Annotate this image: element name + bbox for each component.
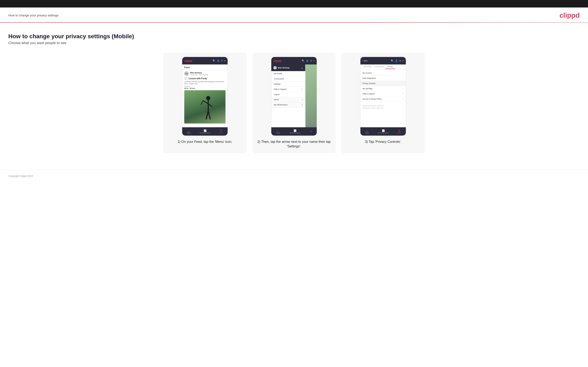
home-label-3: Home: [365, 132, 369, 134]
menu-icon: ☰: [220, 129, 222, 132]
back-arrow-icon: ‹: [363, 60, 363, 62]
performance-label: My Performance: [200, 132, 210, 134]
gear-icon-3: ⚙: [399, 59, 401, 62]
chart-icon-3: 📈: [382, 129, 385, 132]
step-1-phone: clippd 🔍 👤 ⚙ ▾ Feed BM: [182, 57, 228, 136]
step-3-phone: ‹ Back 🔍 👤 ⚙ ▾ My Profile Connec: [360, 57, 406, 136]
step1-bottomnav: ⌂ Home 📈 My Performance ☰ Menu: [182, 127, 228, 136]
tab-connections[interactable]: Connections: [373, 65, 385, 69]
chart-icon: 📈: [204, 129, 207, 132]
menu-overlay: Blair McHarg ▲ My Profile Connections: [271, 65, 305, 127]
step2-bottomnav: ⌂ Home 📈 My Performance ✕: [271, 127, 317, 136]
help-support-label: Help & Support: [274, 88, 286, 90]
step-2-phone: clippd 🔍 👤 ⚙ ▾: [271, 57, 317, 136]
copyright-text: Copyright Clippd 2022: [8, 175, 33, 178]
step3-bottomnav: ⌂ Home 📈 My Performance ☰ Menu: [360, 127, 406, 136]
data-integrations-label: Data Integrations: [363, 77, 376, 79]
menu-icon-3: ☰: [398, 129, 400, 132]
settings-help-support[interactable]: Help & Support ↗: [360, 91, 406, 96]
step1-screen-content: Feed BM Blair McHarg Yesterday · Sunning…: [182, 65, 228, 127]
breadcrumb: How to change your privacy settings: [8, 14, 59, 17]
close-icon: ✕: [310, 130, 312, 133]
feed-username: Blair McHarg: [190, 72, 208, 74]
feed-user-sub: Yesterday · Sunningdale: [190, 74, 208, 76]
feed-post-desc: Looking to feel like my hands are exitin…: [184, 81, 225, 85]
page-header: How to change your privacy settings clip…: [0, 8, 588, 22]
nav-menu: ☰ Menu: [219, 129, 223, 134]
settings-service-privacy[interactable]: Service & Privacy Policy ↗: [360, 96, 406, 102]
menu-label: Menu: [219, 132, 223, 134]
service-privacy-ext-icon: ↗: [402, 98, 404, 100]
menu-item-connections[interactable]: Connections: [271, 76, 305, 82]
logout-label: Logout: [274, 93, 280, 95]
performance-chevron-icon: ▾: [302, 104, 303, 106]
settings-privacy-controls[interactable]: Privacy Controls ›: [360, 81, 406, 86]
menu-item-settings[interactable]: Settings: [271, 82, 305, 87]
performance-label-3: My Performance: [378, 132, 389, 134]
menu-item-my-profile[interactable]: My Profile: [271, 71, 305, 76]
feed-post: BM Blair McHarg Yesterday · Sunningdale …: [182, 70, 228, 125]
settings-label: Settings: [274, 83, 281, 85]
version-client: Clippd Client Version: 2022.8.3-3: [363, 105, 404, 107]
home-label-2: Home: [276, 132, 280, 134]
tab-settings[interactable]: Settings: [385, 65, 395, 69]
back-button[interactable]: ‹ Back: [363, 60, 367, 62]
home-icon-2: ⌂: [277, 130, 279, 132]
step-2-instruction: 2) Then, tap the arrow next to your name…: [257, 140, 331, 149]
tab-my-profile[interactable]: My Profile: [362, 65, 373, 69]
home-icon: ⌂: [188, 130, 190, 132]
step1-topbar: clippd 🔍 👤 ⚙ ▾: [182, 57, 228, 65]
performance-label-2: My Performance: [290, 132, 300, 134]
page-footer: Copyright Clippd 2022: [0, 170, 588, 182]
my-account-label: My Account: [363, 72, 372, 74]
home-label: Home: [187, 132, 191, 134]
step2-topbar: clippd 🔍 👤 ⚙ ▾: [271, 57, 317, 65]
service-privacy-label: Service & Privacy Policy: [363, 98, 382, 100]
feed-duration-label: Duration: [184, 86, 225, 87]
performance-section-label: My Performance: [274, 104, 287, 106]
menu-label-3: Menu: [398, 132, 401, 134]
nav2-performance: 📈 My Performance: [290, 129, 300, 134]
step2-icons: 🔍 👤 ⚙ ▾: [302, 59, 315, 62]
step2-screen-content: Blair McHarg ▲ My Profile Connections: [271, 65, 317, 127]
menu-user-row: Blair McHarg ▲: [271, 65, 305, 71]
chart-icon-2: 📈: [294, 129, 296, 132]
svg-line-4: [208, 104, 212, 107]
gear-icon-2: ⚙: [310, 59, 312, 62]
svg-line-2: [203, 101, 208, 104]
gear-icon: ⚙: [221, 59, 223, 62]
nav2-close: ✕: [310, 130, 312, 133]
user-icon-3: 👤: [395, 59, 398, 62]
step-1-instruction: 1) On your Feed, tap the 'Menu' icon.: [177, 140, 232, 144]
search-icon: 🔍: [213, 59, 216, 62]
nav2-home: ⌂ Home: [276, 130, 280, 134]
menu-section-performance[interactable]: My Performance ▾: [271, 102, 305, 108]
home-icon-3: ⌂: [366, 130, 368, 132]
header-divider: [0, 22, 588, 23]
my-golf-bag-label: My Golf Bag: [363, 88, 372, 90]
menu-item-help-support[interactable]: Help & Support ↗: [271, 87, 305, 92]
svg-line-3: [201, 101, 203, 105]
feed-duration-value: 01 hr : 30 min: [184, 87, 225, 89]
settings-my-golf-bag[interactable]: My Golf Bag ›: [360, 86, 406, 91]
home-section-label: Home: [274, 99, 279, 101]
external-link-icon: ↗: [301, 88, 303, 90]
version-info: Clippd Client Version: 2022.8.3-3 GQL Se…: [360, 103, 406, 111]
menu-item-logout[interactable]: Logout: [271, 92, 305, 97]
search-icon-2: 🔍: [302, 59, 305, 62]
menu-user-name: Blair McHarg: [273, 66, 289, 69]
back-label: Back: [364, 60, 367, 62]
help-support-label-3: Help & Support: [363, 93, 375, 95]
privacy-controls-label: Privacy Controls: [363, 82, 375, 84]
settings-my-account[interactable]: My Account ›: [360, 70, 406, 76]
top-decorative-bar: [0, 0, 588, 8]
help-support-ext-icon: ↗: [402, 93, 404, 95]
my-golf-bag-chevron: ›: [403, 88, 404, 90]
settings-data-integrations[interactable]: Data Integrations ›: [360, 76, 406, 81]
step3-screen-content: My Profile Connections Settings My Accou…: [360, 65, 406, 127]
feed-avatar: BM: [184, 71, 189, 76]
step3-icons: 🔍 👤 ⚙ ▾: [391, 59, 404, 62]
search-icon-3: 🔍: [391, 59, 394, 62]
menu-section-home[interactable]: Home ▾: [271, 97, 305, 102]
my-account-chevron: ›: [403, 72, 404, 74]
